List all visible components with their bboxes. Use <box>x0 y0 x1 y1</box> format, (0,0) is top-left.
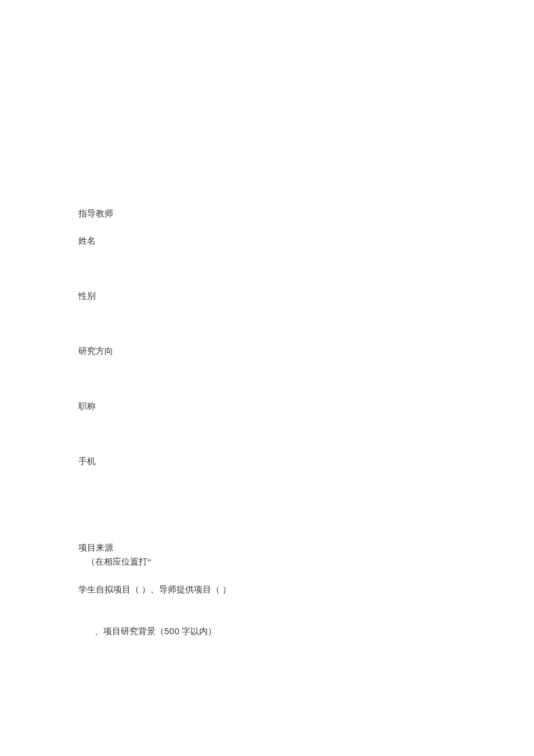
title-label: 职称 <box>78 399 456 413</box>
spacer <box>78 261 456 289</box>
project-source-note: （在相应位置打“ <box>78 555 456 569</box>
form-content: 指导教师 姓名 性别 研究方向 职称 手机 项目来源 （在相应位置打“ 学生自拟… <box>78 207 456 638</box>
gender-label: 性别 <box>78 289 456 303</box>
advisor-label: 指导教师 <box>78 207 456 220</box>
project-source-options: 学生自拟项目（ ）、导师提供项目（ ） <box>78 583 456 596</box>
title-field: 职称 <box>78 399 456 413</box>
background-section-title: 、项目研究背景（500 字以内） <box>78 624 456 638</box>
spacer <box>78 426 456 454</box>
bullet: 、 <box>95 627 103 636</box>
word-limit: 500 <box>164 626 180 636</box>
spacer <box>78 482 456 523</box>
spacer <box>78 316 456 344</box>
options-text: 学生自拟项目（ ）、导师提供项目（ ） <box>78 585 231 594</box>
note-quote: “ <box>147 557 151 566</box>
bg-label-suffix: 字以内） <box>182 627 217 636</box>
spacer <box>78 371 456 399</box>
research-direction-label: 研究方向 <box>78 344 456 358</box>
note-prefix: （在相应位置打 <box>86 557 147 566</box>
phone-field: 手机 <box>78 454 456 468</box>
name-label: 姓名 <box>78 234 456 248</box>
project-source-label: 项目来源 <box>78 541 456 555</box>
project-source-section: 项目来源 （在相应位置打“ 学生自拟项目（ ）、导师提供项目（ ） <box>78 541 456 596</box>
bg-label-prefix: 项目研究背景（ <box>103 627 164 636</box>
advisor-section: 指导教师 <box>78 207 456 220</box>
name-field: 姓名 <box>78 234 456 248</box>
gender-field: 性别 <box>78 289 456 303</box>
phone-label: 手机 <box>78 454 456 468</box>
research-direction-field: 研究方向 <box>78 344 456 358</box>
